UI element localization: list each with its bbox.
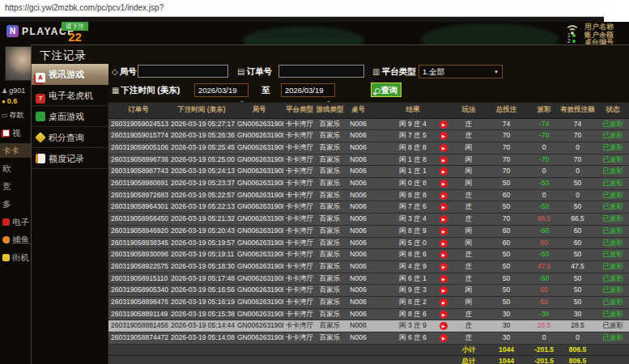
sidebar-item-label: 电子 xyxy=(12,217,29,226)
menu-item-视讯游戏[interactable]: A视讯游戏 xyxy=(32,64,115,85)
table-row[interactable]: 2603190589469202026-03-19 05:20:43GN0062… xyxy=(108,225,629,237)
menu-item-积分查询[interactable]: 积分查询 xyxy=(32,127,108,148)
cell-total-bet: 50 xyxy=(484,249,529,261)
user-icon: ♟ xyxy=(2,87,7,95)
table-row[interactable]: 2603190589564502026-03-19 05:21:32GN0062… xyxy=(108,214,629,226)
sidebar-item[interactable]: 捕鱼 xyxy=(0,232,31,247)
subtotal-valid-bet: 806.5 xyxy=(559,344,596,355)
round-number-input[interactable] xyxy=(138,65,228,78)
table-row[interactable]: 2603190589877432026-03-19 05:24:13GN0062… xyxy=(108,166,629,178)
cell-play: 庄 xyxy=(453,201,484,214)
cell-valid-bet: 60 xyxy=(559,237,596,249)
replay-icon[interactable]: ▶ xyxy=(440,275,448,283)
platform-type-select[interactable]: 1.全部 xyxy=(419,65,503,78)
table-row[interactable]: 2603190588744722026-03-19 05:14:08GN0062… xyxy=(108,332,629,345)
replay-icon[interactable]: ▶ xyxy=(440,286,448,294)
table-row[interactable]: 2603190590157742026-03-19 05:26:36GN0062… xyxy=(108,130,629,142)
replay-icon[interactable]: ▶ xyxy=(440,334,448,342)
replay-icon[interactable]: ▶ xyxy=(440,227,448,235)
cell-round-id: GN006263190B5 xyxy=(235,273,283,285)
cell-empty xyxy=(108,355,168,364)
cell-valid-bet: 50 xyxy=(559,249,596,261)
search-button[interactable]: 查询 xyxy=(371,83,402,97)
cell-game-type: 百家乐 xyxy=(316,214,344,226)
replay-icon[interactable]: ▶ xyxy=(440,215,448,223)
sidebar-item[interactable]: 竞 xyxy=(0,179,31,193)
column-header: 平台类型 xyxy=(283,103,316,118)
table-row[interactable]: 2603190588984762026-03-19 05:16:19GN0062… xyxy=(108,297,629,309)
cell-play: 闲 xyxy=(453,285,484,297)
bet-records-modal: 下注记录 A视讯游戏7电子老虎机桌面游戏积分查询额度记录 ◇局号 ▤订单号 ▥平… xyxy=(31,44,629,364)
cell-empty xyxy=(596,344,629,355)
replay-icon[interactable]: ▶ xyxy=(440,203,448,211)
sidebar-item[interactable]: 电子 xyxy=(0,214,31,229)
menu-item-额度记录[interactable]: 额度记录 xyxy=(32,148,108,169)
replay-icon[interactable]: ▶ xyxy=(440,132,448,140)
cell-platform: 卡卡湾厅 xyxy=(283,249,316,261)
cell-game-type: 百家乐 xyxy=(316,189,344,201)
sidebar-item[interactable]: 卡卡 xyxy=(0,143,31,158)
cell-total-bet: 60 xyxy=(484,189,529,201)
cell-valid-bet: 66.5 xyxy=(559,214,596,226)
table-row[interactable]: 2603190589225752026-03-19 05:18:30GN0062… xyxy=(108,260,629,273)
table-row[interactable]: 2603190589383452026-03-19 05:19:57GN0062… xyxy=(108,237,629,249)
table-row[interactable]: 2603190589967362026-03-19 05:25:00GN0062… xyxy=(108,154,629,166)
username: ♟g901 xyxy=(2,87,25,95)
total-row: 总计1044-201.5806.5 xyxy=(108,355,629,364)
menu-item-电子老虎机[interactable]: 7电子老虎机 xyxy=(32,85,108,106)
avatar[interactable] xyxy=(5,46,31,81)
table-row[interactable]: 2603190589300962026-03-19 05:19:11GN0062… xyxy=(108,249,629,261)
browser-address-bar[interactable]: https://gci.ywi2mzbk.com/pc/pcv1/index.j… xyxy=(0,0,629,17)
replay-icon[interactable]: ▶ xyxy=(440,251,448,259)
cell-bet-time: 2026-03-19 05:26:36 xyxy=(168,130,235,142)
replay-icon[interactable]: ▶ xyxy=(440,322,448,330)
replay-icon[interactable]: ▶ xyxy=(440,263,448,271)
replay-icon[interactable]: ▶ xyxy=(440,298,448,307)
replay-icon[interactable]: ▶ xyxy=(440,167,448,176)
cell-status: 已派彩 xyxy=(596,320,629,332)
deposit-button[interactable]: ▭存款 xyxy=(2,110,24,121)
table-row[interactable]: 2603190589806912026-03-19 05:23:37GN0062… xyxy=(108,178,629,190)
replay-icon[interactable]: ▶ xyxy=(440,239,448,248)
date-from-select[interactable]: 2026/03/19 xyxy=(194,83,249,97)
table-row[interactable]: 2603190589053402026-03-19 05:16:56GN0062… xyxy=(108,285,629,297)
screen: https://gci.ywi2mzbk.com/pc/pcv1/index.j… xyxy=(0,0,629,364)
sidebar-item-label: 多 xyxy=(2,199,11,209)
table-row[interactable]: 2603190588911492026-03-19 05:15:38GN0062… xyxy=(108,308,629,320)
cell-result: 闲 8 庄 8▶ xyxy=(372,189,453,201)
cell-round-id: GN006263190BD xyxy=(235,178,283,190)
cell-play: 闲 xyxy=(453,154,484,166)
cell-payout: -50 xyxy=(529,273,559,285)
subtotal-label: 小计 xyxy=(453,344,484,355)
table-row[interactable]: 2603190589726832026-03-19 05:22:57GN0062… xyxy=(108,189,629,201)
table-row[interactable]: 2603190588814562026-03-19 05:14:44GN0062… xyxy=(108,320,629,332)
cell-platform: 卡卡湾厅 xyxy=(283,142,316,154)
replay-icon[interactable]: ▶ xyxy=(440,311,448,319)
date-to-select[interactable]: 2026/03/19 xyxy=(281,83,335,97)
table-row[interactable]: 2603190589643012026-03-19 05:22:13GN0062… xyxy=(108,201,629,214)
table-row[interactable]: 2603190590051062026-03-19 05:25:45GN0062… xyxy=(108,142,629,154)
replay-icon[interactable]: ▶ xyxy=(440,180,448,188)
sidebar-item-label: 捕鱼 xyxy=(12,235,29,244)
menu-item-桌面游戏[interactable]: 桌面游戏 xyxy=(32,106,108,127)
table-row[interactable]: 2603190589151102026-03-19 05:17:48GN0062… xyxy=(108,273,629,285)
replay-icon[interactable]: ▶ xyxy=(440,144,448,152)
table-row[interactable]: 2603190590245132026-03-19 05:27:17GN0062… xyxy=(108,118,629,130)
sidebar-item[interactable]: 街机 xyxy=(0,250,31,265)
replay-icon[interactable]: ▶ xyxy=(440,121,448,129)
cell-table-no: N006 xyxy=(344,201,372,214)
cell-round-id: GN006263190B2 xyxy=(235,308,283,320)
replay-icon[interactable]: ▶ xyxy=(440,156,448,164)
cell-order-id: 260319059005106 xyxy=(108,142,168,154)
replay-icon[interactable]: ▶ xyxy=(440,192,448,200)
order-number-input[interactable] xyxy=(278,65,364,78)
stream-badge: 1 xyxy=(567,32,576,38)
cell-empty xyxy=(108,344,168,355)
sidebar-item[interactable]: 欧 xyxy=(0,161,31,176)
sidebar-item[interactable]: 多 xyxy=(0,197,31,211)
cell-table-no: N006 xyxy=(344,308,372,320)
list-icon: ▥ xyxy=(372,67,380,76)
cell-status: 已派彩 xyxy=(596,237,629,249)
cell-status: 已派彩 xyxy=(596,285,629,297)
sidebar-item[interactable]: 视 xyxy=(0,125,31,140)
